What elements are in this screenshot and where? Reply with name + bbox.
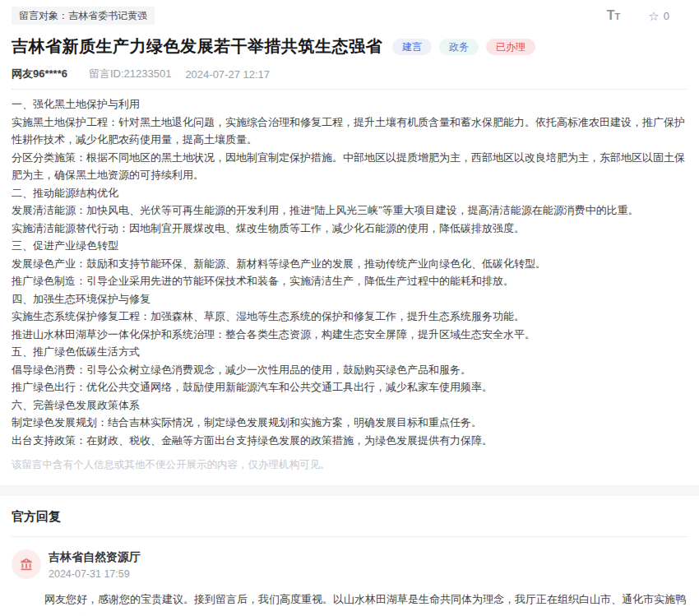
post-paragraph: 实施生态系统保护修复工程：加强森林、草原、湿地等生态系统的保护和修复工作，提升生… bbox=[12, 308, 687, 326]
post-date: 2024-07-27 12:17 bbox=[185, 68, 270, 81]
post-paragraph: 推进山水林田湖草沙一体化保护和系统治理：整合各类生态资源，构建生态安全屏障，提升… bbox=[12, 326, 687, 344]
government-building-icon bbox=[19, 557, 34, 572]
post-paragraph: 一、强化黑土地保护与利用 bbox=[12, 95, 687, 113]
reply-divider bbox=[12, 536, 687, 537]
tag-pill[interactable]: 已办理 bbox=[486, 39, 535, 55]
post-paragraph: 四、加强生态环境保护与修复 bbox=[12, 290, 687, 308]
font-size-icon[interactable]: TT bbox=[607, 8, 621, 23]
message-detail-page: 留言对象：吉林省委书记黄强 TT ☆ 0 吉林省新质生产力绿色发展若干举措共筑生… bbox=[0, 0, 699, 616]
message-target-badge: 留言对象：吉林省委书记黄强 bbox=[12, 7, 155, 25]
reply-header: 吉林省自然资源厅 2024-07-31 17:59 bbox=[12, 549, 687, 580]
post-paragraph: 发展绿色产业：鼓励和支持节能环保、新能源、新材料等绿色产业的发展，推动传统产业向… bbox=[12, 255, 687, 273]
post-paragraph: 五、推广绿色低碳生活方式 bbox=[12, 343, 687, 361]
post-body: 一、强化黑土地保护与利用 实施黑土地保护工程：针对黑土地退化问题，实施综合治理和… bbox=[12, 90, 687, 449]
star-count: 0 bbox=[664, 10, 669, 22]
section-divider-band bbox=[0, 485, 699, 496]
post-paragraph: 实施清洁能源替代行动：因地制宜开展煤改电、煤改生物质等工作，减少化石能源的使用，… bbox=[12, 220, 687, 238]
post-paragraph: 推广绿色出行：优化公共交通网络，鼓励使用新能源汽车和公共交通工具出行，减少私家车… bbox=[12, 378, 687, 396]
post-paragraph: 推广绿色制造：引导企业采用先进的节能环保技术和装备，实施清洁生产，降低生产过程中… bbox=[12, 272, 687, 290]
post-section: 留言对象：吉林省委书记黄强 TT ☆ 0 吉林省新质生产力绿色发展若干举措共筑生… bbox=[0, 0, 699, 485]
tag-pill[interactable]: 建言 bbox=[392, 39, 432, 55]
topbar-actions: TT ☆ 0 bbox=[607, 5, 687, 23]
tag-pill[interactable]: 政务 bbox=[439, 39, 479, 55]
author-name: 网友96****6 bbox=[12, 67, 67, 81]
message-id: 留言ID:21233501 bbox=[89, 67, 171, 81]
post-paragraph: 分区分类施策：根据不同地区的黑土地状况，因地制宜制定保护措施。中部地区以提质增肥… bbox=[12, 149, 687, 184]
reply-agency-name: 吉林省自然资源厅 bbox=[49, 550, 141, 565]
star-icon: ☆ bbox=[648, 10, 659, 22]
post-paragraph: 制定绿色发展规划：结合吉林实际情况，制定绿色发展规划和实施方案，明确发展目标和重… bbox=[12, 414, 687, 432]
post-paragraph: 实施黑土地保护工程：针对黑土地退化问题，实施综合治理和修复工程，提升土壤有机质含… bbox=[12, 113, 687, 149]
reply-body: 网友您好，感谢您的宝贵建议。接到留言后，我们高度重视。以山水林田湖草是生命共同体… bbox=[23, 588, 687, 616]
privacy-note: 该留言中含有个人信息或其他不便公开展示的内容，仅办理机构可见。 bbox=[12, 458, 687, 485]
tag-list: 建言 政务 已办理 bbox=[392, 39, 535, 55]
official-reply-section: 官方回复 吉林省自然资源厅 2024-07-31 17:59 网友您好，感谢您的… bbox=[0, 496, 699, 616]
post-paragraph: 出台支持政策：在财政、税收、金融等方面出台支持绿色发展的政策措施，为绿色发展提供… bbox=[12, 432, 687, 450]
page-title: 吉林省新质生产力绿色发展若干举措共筑生态强省 bbox=[12, 35, 382, 58]
reply-item: 吉林省自然资源厅 2024-07-31 17:59 网友您好，感谢您的宝贵建议。… bbox=[12, 549, 687, 616]
post-paragraph: 发展清洁能源：加快风电、光伏等可再生能源的开发利用，推进“陆上风光三峡”等重大项… bbox=[12, 201, 687, 220]
avatar bbox=[12, 549, 41, 579]
post-paragraph: 六、完善绿色发展政策体系 bbox=[12, 396, 687, 415]
post-paragraph: 二、推动能源结构优化 bbox=[12, 184, 687, 202]
title-row: 吉林省新质生产力绿色发展若干举措共筑生态强省 建言 政务 已办理 bbox=[12, 35, 687, 58]
reply-date: 2024-07-31 17:59 bbox=[49, 568, 141, 580]
reply-head-text: 吉林省自然资源厅 2024-07-31 17:59 bbox=[49, 549, 141, 580]
topbar: 留言对象：吉林省委书记黄强 TT ☆ 0 bbox=[12, 5, 687, 25]
post-paragraph: 倡导绿色消费：引导公众树立绿色消费观念，减少一次性用品的使用，鼓励购买绿色产品和… bbox=[12, 361, 687, 379]
post-meta: 网友96****6 留言ID:21233501 2024-07-27 12:17 bbox=[12, 67, 687, 81]
star-favorite-button[interactable]: ☆ 0 bbox=[648, 10, 669, 22]
post-paragraph: 三、促进产业绿色转型 bbox=[12, 237, 687, 255]
official-reply-heading: 官方回复 bbox=[12, 509, 687, 525]
